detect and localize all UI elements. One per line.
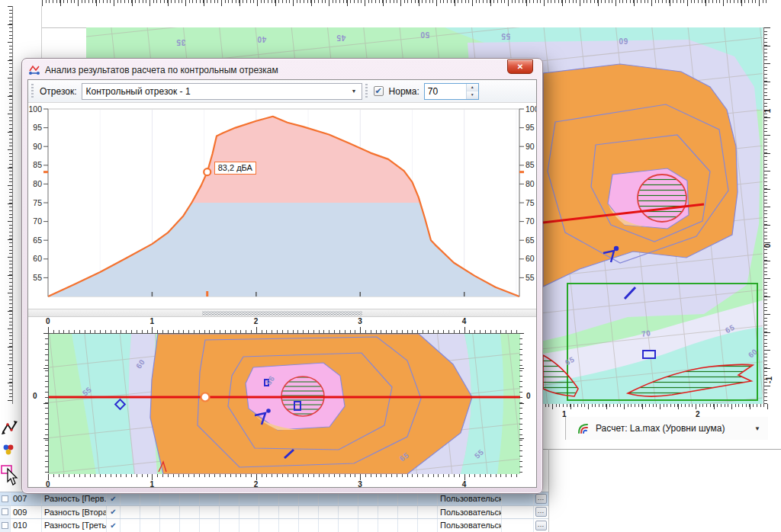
row-name: Разность [Перв... <box>42 492 107 505</box>
row-more-cell: … <box>534 492 548 505</box>
more-button[interactable]: … <box>535 521 547 530</box>
map-ruler-left: 0 <box>28 333 48 473</box>
map-ruler-bottom-ticks <box>48 474 519 480</box>
segment-marker[interactable] <box>201 393 210 402</box>
norm-spin-edit[interactable]: ▲ ▼ <box>424 83 479 100</box>
spin-up-button[interactable]: ▲ <box>467 84 478 91</box>
norm-checkbox[interactable]: ✔ <box>374 86 384 96</box>
svg-text:80: 80 <box>525 179 535 188</box>
ruler-number: 4 <box>462 317 467 325</box>
right-axis-zero: 0 <box>526 392 531 400</box>
map-ruler-top: 01234 <box>28 317 536 327</box>
row-type: Пользовательский ... <box>438 492 502 505</box>
spin-down-button[interactable]: ▼ <box>467 91 478 99</box>
ruler-number: 3 <box>358 317 362 325</box>
close-button[interactable]: ✕ <box>507 59 533 74</box>
svg-text:85: 85 <box>525 160 535 169</box>
calc-result-label: Расчет: La.max (Уровни шума) <box>596 423 754 434</box>
ruler-number: 2 <box>254 317 259 325</box>
row-type: Пользовательский ... <box>438 506 502 519</box>
panel-divider-vertical <box>548 449 549 532</box>
chevron-down-icon[interactable]: ▼ <box>347 88 362 94</box>
row-id: 010 <box>11 519 42 532</box>
analysis-dialog: Анализ результатов расчета по контрольны… <box>21 58 543 494</box>
svg-text:55: 55 <box>525 273 535 282</box>
contour-label: -1 <box>765 377 773 383</box>
svg-text:65: 65 <box>33 236 42 245</box>
svg-text:70: 70 <box>33 216 42 226</box>
screen: 35404550556065706560 10-1 12 Расчет: La.… <box>0 0 781 532</box>
marker-annotation: 83,2 дБА <box>214 162 256 175</box>
right-vertical-ruler: 10-1 <box>763 27 773 404</box>
row-empty-cells <box>121 506 438 519</box>
dialog-title: Анализ результатов расчета по контрольны… <box>45 65 278 75</box>
contour-label: 0 <box>763 244 772 248</box>
ruler-number: 1 <box>149 480 154 488</box>
row-more-cell: … <box>534 506 548 519</box>
row-more-cell: … <box>534 519 548 532</box>
ruler-number: 4 <box>462 480 467 488</box>
chevron-down-icon[interactable]: ▼ <box>754 425 760 432</box>
norm-input[interactable] <box>425 85 463 98</box>
row-id: 007 <box>11 492 42 505</box>
row-visible-checkbox[interactable]: ✔ <box>107 506 121 519</box>
ruler-number: 2 <box>254 480 259 488</box>
map-ruler-bottom: 01234 <box>28 480 537 488</box>
select-cursor-icon[interactable] <box>1 463 21 486</box>
segment-map[interactable]: 5560956555 <box>48 333 519 473</box>
map-ruler-top-ticks <box>48 327 519 333</box>
svg-text:100: 100 <box>28 104 42 114</box>
table-row[interactable]: 009 Разность [Втора... ✔ Пользовательски… <box>0 506 548 520</box>
segment-combobox-value: Контрольный отрезок - 1 <box>86 86 347 97</box>
calc-result-icon <box>577 421 590 435</box>
row-id: 009 <box>11 506 42 519</box>
table-row[interactable]: 007 Разность [Перв... ✔ Пользовательский… <box>0 492 548 506</box>
noise-level-chart[interactable]: 5555606065657070757580808585909095951001… <box>28 103 536 309</box>
row-visible-checkbox[interactable]: ✔ <box>107 519 121 532</box>
toolbar-grip <box>365 84 368 99</box>
horizontal-ruler <box>42 0 768 6</box>
row-gap-cell <box>502 506 534 519</box>
table-row[interactable]: 010 Разность [Треть... ✔ Пользовательски… <box>0 519 548 532</box>
row-empty-cells <box>121 519 438 532</box>
ruler-number: 0 <box>46 317 50 325</box>
more-button[interactable]: … <box>535 507 547 517</box>
svg-text:90: 90 <box>33 142 42 151</box>
segment-map-svg <box>49 334 520 474</box>
svg-text:90: 90 <box>525 142 535 151</box>
left-axis-zero: 0 <box>33 392 37 400</box>
calc-result-combobox[interactable]: Расчет: La.max (Уровни шума) ▼ <box>565 417 768 440</box>
svg-text:100: 100 <box>525 104 537 114</box>
dialog-titlebar[interactable]: Анализ результатов расчета по контрольны… <box>28 62 504 78</box>
svg-text:80: 80 <box>33 179 42 188</box>
row-select-checkbox[interactable] <box>0 492 11 505</box>
ruler-number: 0 <box>46 480 50 488</box>
row-select-checkbox[interactable] <box>0 506 11 519</box>
contour-label: 1 <box>763 109 772 114</box>
left-toolbar <box>0 415 21 492</box>
svg-text:75: 75 <box>525 198 535 207</box>
svg-text:85: 85 <box>33 160 42 169</box>
layers-colors-icon[interactable] <box>1 442 16 457</box>
svg-text:70: 70 <box>525 216 535 226</box>
row-visible-checkbox[interactable]: ✔ <box>107 492 121 505</box>
more-button[interactable]: … <box>535 494 547 504</box>
row-select-checkbox[interactable] <box>0 519 11 532</box>
svg-text:95: 95 <box>33 123 42 132</box>
dialog-chart-icon <box>28 64 40 76</box>
dialog-toolbar: Отрезок: Контрольный отрезок - 1 ▼ ✔ Нор… <box>28 80 536 103</box>
row-type: Пользовательский ... <box>438 519 502 532</box>
row-gap-cell <box>502 519 534 532</box>
svg-text:60: 60 <box>33 254 42 263</box>
svg-text:65: 65 <box>525 236 535 245</box>
dialog-content: Отрезок: Контрольный отрезок - 1 ▼ ✔ Нор… <box>27 79 537 488</box>
ruler-number: 1 <box>149 317 154 325</box>
segment-label: Отрезок: <box>40 86 77 97</box>
svg-text:60: 60 <box>525 254 535 263</box>
svg-text:75: 75 <box>33 198 42 207</box>
segment-combobox[interactable]: Контрольный отрезок - 1 ▼ <box>82 83 362 100</box>
row-empty-cells <box>121 492 438 505</box>
splitter-handle[interactable] <box>28 309 536 317</box>
panel-divider <box>543 449 781 450</box>
control-segment-tool-icon[interactable] <box>1 418 21 436</box>
